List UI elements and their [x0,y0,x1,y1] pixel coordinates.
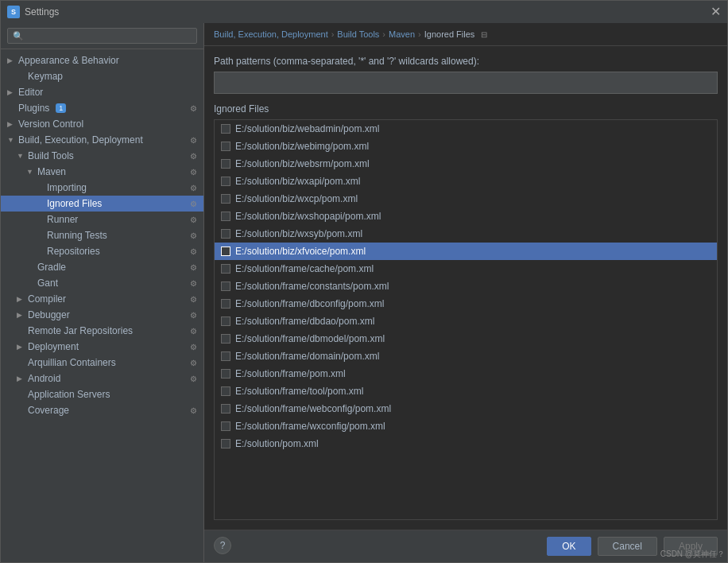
tree-arrow-icon: ▶ [17,311,25,319]
gear-icon: ⚙ [190,375,197,383]
sidebar-item-editor[interactable]: ▶Editor [1,84,203,100]
sidebar-item-build-exec[interactable]: ▼Build, Execution, Deployment⚙ [1,132,203,148]
gear-icon: ⚙ [190,168,197,177]
gear-icon: ⚙ [190,231,197,240]
sidebar-item-arquillian[interactable]: Arquillian Containers⚙ [1,355,203,371]
gear-icon: ⚙ [190,263,197,272]
file-item[interactable]: E:/solution/frame/dbmodel/pom.xml [215,330,717,348]
file-item[interactable]: E:/solution/frame/webconfig/pom.xml [215,400,717,417]
sidebar-item-keymap[interactable]: Keymap [1,68,203,84]
close-button[interactable]: ✕ [711,6,721,18]
help-button[interactable]: ? [214,537,231,554]
sidebar-item-runner[interactable]: Runner⚙ [1,212,203,227]
file-checkbox[interactable] [221,194,230,204]
file-checkbox[interactable] [221,142,230,151]
main-content: ▶Appearance & BehaviorKeymap▶EditorPlugi… [1,23,727,562]
sidebar-item-compiler[interactable]: ▶Compiler⚙ [1,291,203,307]
file-item[interactable]: E:/solution/biz/wxapi/pom.xml [215,173,717,190]
file-item[interactable]: E:/solution/biz/websrm/pom.xml [215,155,717,173]
path-input[interactable] [214,72,718,94]
sidebar: ▶Appearance & BehaviorKeymap▶EditorPlugi… [1,23,204,562]
breadcrumb-maven[interactable]: Maven [389,29,415,39]
breadcrumb-current: Ignored Files [424,29,475,39]
sidebar-item-app-servers[interactable]: Application Servers [1,386,203,402]
file-item[interactable]: E:/solution/frame/wxconfig/pom.xml [215,417,717,435]
file-checkbox[interactable] [221,212,230,221]
file-item[interactable]: E:/solution/biz/wxcp/pom.xml [215,190,717,208]
file-checkbox[interactable] [221,421,230,431]
sidebar-item-ignored-files[interactable]: Ignored Files⚙ [1,196,203,212]
gear-icon: ⚙ [190,406,197,415]
file-item[interactable]: E:/solution/frame/dbconfig/pom.xml [215,295,717,313]
file-item[interactable]: E:/solution/biz/wxsyb/pom.xml [215,225,717,243]
sidebar-item-gradle[interactable]: Gradle⚙ [1,259,203,275]
window-title: Settings [25,6,59,17]
file-checkbox[interactable] [221,439,230,448]
tree-arrow-icon: ▶ [7,88,15,96]
files-list: E:/solution/biz/webadmin/pom.xmlE:/solut… [214,119,718,520]
app-icon: S [7,6,20,18]
file-item[interactable]: E:/solution/biz/xfvoice/pom.xml [215,243,717,260]
file-checkbox[interactable] [221,264,230,274]
sidebar-item-plugins[interactable]: Plugins1⚙ [1,100,203,116]
gear-icon: ⚙ [190,279,197,288]
file-checkbox[interactable] [221,351,230,361]
file-item[interactable]: E:/solution/biz/wxshopapi/pom.xml [215,208,717,225]
sidebar-item-deployment[interactable]: ▶Deployment⚙ [1,339,203,355]
sidebar-item-maven[interactable]: ▼Maven⚙ [1,164,203,180]
sidebar-item-label: Version Control [18,118,83,130]
file-item[interactable]: E:/solution/frame/tool/pom.xml [215,382,717,400]
file-path: E:/solution/frame/dbconfig/pom.xml [235,298,384,309]
tree-arrow-icon: ▶ [7,120,15,128]
file-checkbox[interactable] [221,316,230,326]
cancel-button[interactable]: Cancel [598,537,657,556]
file-path: E:/solution/frame/wxconfig/pom.xml [235,421,385,432]
sidebar-item-label: Coverage [28,405,69,416]
breadcrumb-edit-icon: ⊟ [481,30,487,39]
file-item[interactable]: E:/solution/frame/domain/pom.xml [215,348,717,365]
sidebar-item-repositories[interactable]: Repositories⚙ [1,243,203,259]
file-checkbox[interactable] [221,282,230,291]
file-path: E:/solution/frame/domain/pom.xml [235,351,379,362]
breadcrumb-buildtools[interactable]: Build Tools [337,29,379,39]
file-checkbox[interactable] [221,404,230,414]
file-path: E:/solution/biz/wxcp/pom.xml [235,193,358,204]
sidebar-item-coverage[interactable]: Coverage⚙ [1,402,203,418]
gear-icon: ⚙ [190,247,197,256]
sidebar-item-build-tools[interactable]: ▼Build Tools⚙ [1,148,203,164]
file-checkbox[interactable] [221,229,230,239]
sidebar-item-gant[interactable]: Gant⚙ [1,275,203,291]
file-checkbox[interactable] [221,177,230,186]
sidebar-item-label: Deployment [28,341,79,352]
gear-icon: ⚙ [190,327,197,336]
file-item[interactable]: E:/solution/frame/pom.xml [215,365,717,382]
gear-icon: ⚙ [190,215,197,224]
file-item[interactable]: E:/solution/frame/cache/pom.xml [215,260,717,278]
sidebar-item-label: Android [28,373,60,384]
file-checkbox[interactable] [221,369,230,379]
file-checkbox[interactable] [221,159,230,169]
sidebar-item-appearance[interactable]: ▶Appearance & Behavior [1,52,203,68]
sidebar-item-debugger[interactable]: ▶Debugger⚙ [1,307,203,323]
file-checkbox[interactable] [221,299,230,309]
sidebar-item-importing[interactable]: Importing⚙ [1,180,203,196]
sidebar-item-remote-jar[interactable]: Remote Jar Repositories⚙ [1,323,203,339]
file-checkbox[interactable] [221,386,230,396]
sidebar-item-label: Keymap [28,71,63,82]
file-path: E:/solution/biz/xfvoice/pom.xml [235,246,366,257]
sidebar-item-label: Application Servers [28,389,110,400]
file-item[interactable]: E:/solution/biz/webimg/pom.xml [215,138,717,155]
ok-button[interactable]: OK [547,537,591,556]
file-item[interactable]: E:/solution/frame/dbdao/pom.xml [215,313,717,330]
breadcrumb-build[interactable]: Build, Execution, Deployment [214,29,328,39]
sidebar-item-version-control[interactable]: ▶Version Control [1,116,203,132]
file-item[interactable]: E:/solution/frame/constants/pom.xml [215,278,717,295]
file-item[interactable]: E:/solution/biz/webadmin/pom.xml [215,120,717,138]
file-checkbox[interactable] [221,247,230,256]
sidebar-item-android[interactable]: ▶Android⚙ [1,371,203,386]
search-input[interactable] [7,28,197,44]
file-checkbox[interactable] [221,124,230,134]
file-item[interactable]: E:/solution/pom.xml [215,435,717,452]
sidebar-item-running-tests[interactable]: Running Tests⚙ [1,227,203,243]
file-checkbox[interactable] [221,334,230,344]
